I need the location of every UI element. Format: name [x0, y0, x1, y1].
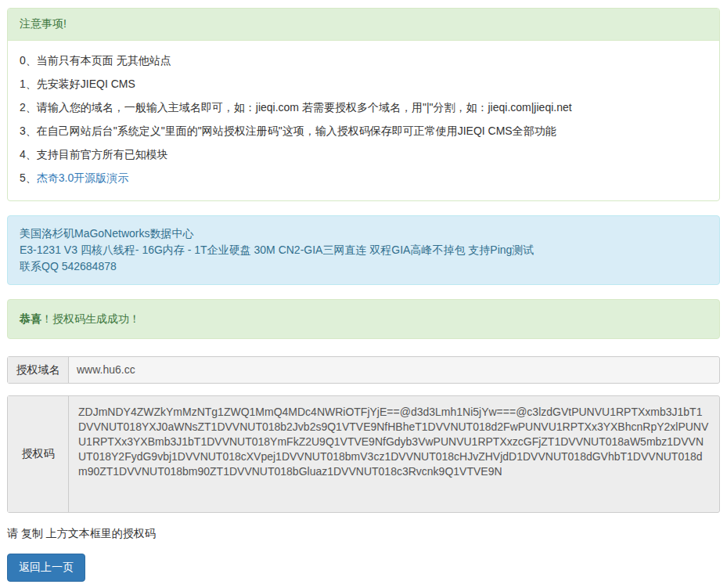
- page: 注意事项! 0、当前只有本页面 无其他站点 1、先安装好JIEQI CMS 2、…: [0, 0, 727, 582]
- notice-item-0: 0、当前只有本页面 无其他站点: [20, 52, 707, 68]
- success-alert: 恭喜！授权码生成成功！: [7, 299, 720, 339]
- notice-item-1: 1、先安装好JIEQI CMS: [20, 76, 707, 92]
- auth-code-row: 授权码 ZDJmNDY4ZWZkYmMzNTg1ZWQ1MmQ4MDc4NWRi…: [7, 395, 720, 513]
- notice-panel-title: 注意事项!: [8, 9, 719, 41]
- notice-item-5: 5、杰奇3.0开源版演示: [20, 170, 707, 186]
- notice-item-5-prefix: 5、: [20, 171, 37, 184]
- datacenter-info-alert: 美国洛杉矶MaGoNetworks数据中心 E3-1231 V3 四核八线程- …: [7, 215, 720, 285]
- domain-label: 授权域名: [8, 357, 69, 383]
- back-button[interactable]: 返回上一页: [7, 554, 85, 582]
- datacenter-line-1: 美国洛杉矶MaGoNetworks数据中心: [20, 225, 707, 242]
- notice-panel: 注意事项! 0、当前只有本页面 无其他站点 1、先安装好JIEQI CMS 2、…: [7, 8, 720, 201]
- success-alert-text: ！授权码生成成功！: [41, 312, 140, 325]
- success-alert-bold: 恭喜: [20, 312, 41, 325]
- datacenter-line-3: 联系QQ 542684878: [20, 258, 707, 275]
- domain-value: www.hu6.cc: [69, 357, 719, 383]
- auth-code-textbox[interactable]: ZDJmNDY4ZWZkYmMzNTg1ZWQ1MmQ4MDc4NWRiOTFj…: [69, 396, 719, 512]
- copy-hint: 请 复制 上方文本框里的授权码: [7, 525, 720, 541]
- domain-row: 授权域名 www.hu6.cc: [7, 356, 720, 384]
- datacenter-line-2: E3-1231 V3 四核八线程- 16G内存 - 1T企业硬盘 30M CN2…: [20, 242, 707, 258]
- notice-item-4: 4、支持目前官方所有已知模块: [20, 146, 707, 162]
- notice-item-2: 2、请输入您的域名，一般输入主域名即可，如：jieqi.com 若需要授权多个域…: [20, 99, 707, 115]
- auth-code-label: 授权码: [8, 396, 69, 512]
- demo-link[interactable]: 杰奇3.0开源版演示: [37, 171, 128, 184]
- notice-item-3: 3、在自己网站后台"系统定义"里面的"网站授权注册码"这项，输入授权码保存即可正…: [20, 123, 707, 139]
- notice-panel-body: 0、当前只有本页面 无其他站点 1、先安装好JIEQI CMS 2、请输入您的域…: [8, 41, 719, 200]
